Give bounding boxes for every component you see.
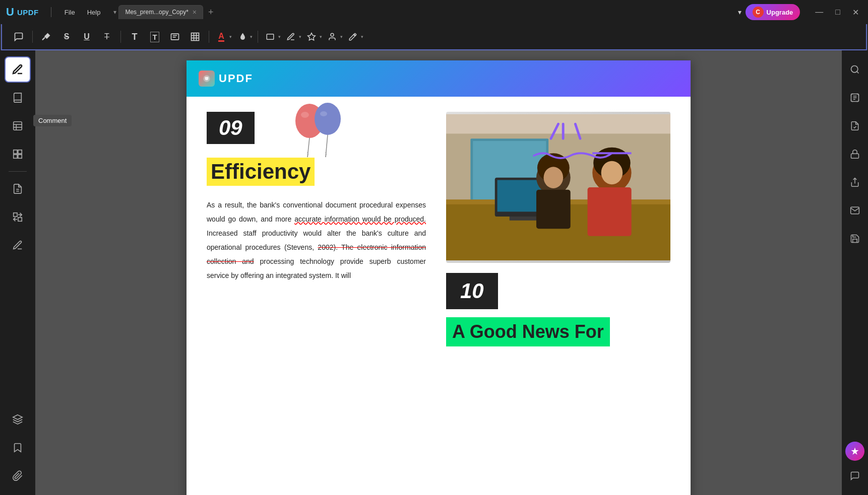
maximize-btn[interactable]: □: [832, 7, 843, 18]
document-scroll[interactable]: UPDF 09: [35, 50, 842, 495]
right-sidebar-search[interactable]: [842, 56, 868, 83]
balloon-decoration: [287, 97, 348, 167]
text-btn[interactable]: T: [126, 28, 143, 45]
tab-active[interactable]: Mes_prem...opy_Copy* ×: [118, 5, 203, 19]
doc-body-text: As a result, the bank's conventional doc…: [207, 198, 426, 282]
strikethrough-btn[interactable]: S: [58, 28, 75, 45]
sidebar-item-reader[interactable]: [5, 85, 31, 111]
logo-icon: U: [6, 6, 14, 19]
tab-label: Mes_prem...opy_Copy*: [125, 9, 188, 16]
star-btn[interactable]: ▾: [304, 28, 322, 45]
right-sidebar-ocr[interactable]: [842, 85, 868, 111]
user-avatar: C: [753, 7, 764, 18]
doc-logo: UPDF: [199, 70, 253, 87]
minimize-btn[interactable]: —: [812, 7, 826, 18]
toolbar-divider-3: [209, 31, 209, 43]
svg-rect-52: [851, 154, 859, 158]
right-sidebar: [842, 50, 868, 495]
menu-help[interactable]: Help: [82, 7, 106, 18]
person-btn[interactable]: ▾: [325, 28, 343, 45]
main-area: Comment: [0, 50, 868, 495]
textbox-btn[interactable]: [166, 28, 183, 45]
svg-line-50: [857, 72, 859, 74]
window-controls: — □ ✕: [812, 7, 862, 18]
comment-tooltip-text: Comment: [38, 117, 67, 124]
rect-btn[interactable]: ▾: [263, 28, 281, 45]
doc-image: [446, 112, 670, 263]
doc-right-column: 10 A Good News For: [446, 112, 670, 346]
dropdown-btn[interactable]: ▾: [738, 8, 741, 16]
sidebar-item-bookmarks[interactable]: [5, 435, 31, 461]
right-sidebar-convert[interactable]: [842, 113, 868, 139]
menu-bar: File Help: [59, 7, 106, 18]
comment-tool-btn[interactable]: [10, 28, 27, 45]
purple-drawing-overlay: [446, 112, 670, 263]
right-sidebar-save[interactable]: [842, 226, 868, 252]
sidebar-divider-1: [9, 171, 27, 172]
sidebar-item-extract[interactable]: [5, 176, 31, 202]
sidebar-item-forms[interactable]: [5, 232, 31, 258]
font-color-btn[interactable]: A ▾: [214, 28, 232, 45]
comment-tooltip: Comment: [33, 115, 72, 126]
right-sidebar-ai[interactable]: [845, 442, 864, 461]
svg-point-49: [851, 66, 858, 73]
new-tab-btn[interactable]: +: [205, 6, 217, 19]
doc-good-news-label: A Good News For: [446, 317, 610, 346]
underline-btn[interactable]: U: [78, 28, 95, 45]
right-sidebar-email[interactable]: [842, 197, 868, 224]
right-sidebar-secure[interactable]: [842, 141, 868, 167]
left-sidebar: Comment: [0, 50, 35, 495]
table-btn[interactable]: [187, 28, 204, 45]
doc-logo-text: UPDF: [219, 72, 253, 85]
fill-btn[interactable]: ▾: [235, 28, 253, 45]
upgrade-label: Upgrade: [767, 9, 793, 16]
tab-area: ▾ Mes_prem...opy_Copy* × +: [113, 5, 733, 19]
svg-marker-9: [308, 33, 316, 40]
title-bar-right: ▾ C Upgrade: [738, 4, 800, 20]
upgrade-button[interactable]: C Upgrade: [746, 4, 800, 20]
document-page: UPDF 09: [187, 60, 691, 495]
doc-header: UPDF: [187, 60, 691, 97]
toolbar-divider-2: [120, 31, 121, 43]
svg-point-26: [301, 112, 309, 118]
toolbar-divider-4: [258, 31, 258, 43]
doc-left-column: 09: [207, 112, 431, 346]
doc-number-09: 09: [207, 112, 255, 146]
svg-point-29: [320, 111, 327, 116]
sidebar-item-layers[interactable]: [5, 406, 31, 433]
divider-1: [51, 7, 51, 17]
svg-rect-15: [14, 150, 17, 154]
sidebar-item-thumbnail[interactable]: [5, 141, 31, 167]
svg-rect-22: [18, 218, 22, 221]
svg-marker-23: [13, 415, 22, 419]
svg-point-28: [315, 103, 341, 135]
tab-left-arrow[interactable]: ▾: [113, 9, 116, 16]
tab-close-btn[interactable]: ×: [193, 9, 197, 16]
pencil-btn[interactable]: ▾: [284, 28, 301, 45]
sidebar-item-attachments[interactable]: [5, 463, 31, 489]
sidebar-item-replace[interactable]: [5, 204, 31, 230]
doc-logo-icon: [199, 70, 215, 87]
svg-rect-11: [14, 122, 22, 130]
right-sidebar-share[interactable]: [842, 169, 868, 195]
svg-rect-21: [14, 213, 17, 217]
text2-btn[interactable]: T: [146, 28, 163, 45]
document-area: UPDF 09: [35, 50, 842, 495]
menu-file[interactable]: File: [59, 7, 80, 18]
app-logo: U UPDF: [6, 6, 39, 19]
doc-number-10: 10: [446, 273, 498, 309]
pen-btn[interactable]: ▾: [346, 28, 363, 45]
highlight-btn[interactable]: [38, 28, 55, 45]
svg-rect-8: [267, 34, 274, 40]
close-btn[interactable]: ✕: [849, 7, 862, 18]
svg-rect-17: [14, 155, 17, 158]
svg-point-10: [331, 33, 334, 36]
toolbar: S U T T T A ▾: [1, 24, 867, 50]
text-strikeout-btn[interactable]: T: [98, 28, 115, 45]
sidebar-item-pages[interactable]: [5, 113, 31, 139]
sidebar-item-comment[interactable]: [5, 56, 31, 83]
logo-text: UPDF: [17, 8, 39, 17]
doc-content: 09: [187, 97, 691, 362]
svg-rect-16: [18, 150, 22, 154]
right-sidebar-comments[interactable]: [842, 463, 868, 489]
